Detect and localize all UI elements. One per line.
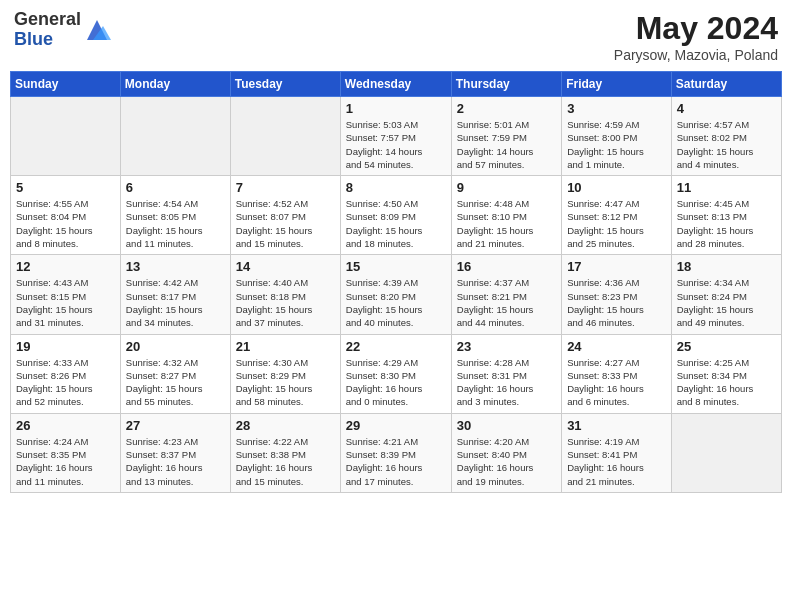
calendar-cell: 7Sunrise: 4:52 AM Sunset: 8:07 PM Daylig… [230,176,340,255]
calendar-cell: 14Sunrise: 4:40 AM Sunset: 8:18 PM Dayli… [230,255,340,334]
day-info: Sunrise: 4:50 AM Sunset: 8:09 PM Dayligh… [346,197,446,250]
calendar-cell: 27Sunrise: 4:23 AM Sunset: 8:37 PM Dayli… [120,413,230,492]
day-number: 2 [457,101,556,116]
calendar-cell: 24Sunrise: 4:27 AM Sunset: 8:33 PM Dayli… [562,334,672,413]
calendar-cell [230,97,340,176]
day-number: 27 [126,418,225,433]
calendar-week-row: 12Sunrise: 4:43 AM Sunset: 8:15 PM Dayli… [11,255,782,334]
calendar-week-row: 5Sunrise: 4:55 AM Sunset: 8:04 PM Daylig… [11,176,782,255]
day-info: Sunrise: 5:01 AM Sunset: 7:59 PM Dayligh… [457,118,556,171]
day-info: Sunrise: 4:45 AM Sunset: 8:13 PM Dayligh… [677,197,776,250]
calendar-cell: 18Sunrise: 4:34 AM Sunset: 8:24 PM Dayli… [671,255,781,334]
day-of-week-header: Saturday [671,72,781,97]
calendar-cell: 15Sunrise: 4:39 AM Sunset: 8:20 PM Dayli… [340,255,451,334]
calendar-cell [11,97,121,176]
day-number: 3 [567,101,666,116]
calendar-cell: 19Sunrise: 4:33 AM Sunset: 8:26 PM Dayli… [11,334,121,413]
title-block: May 2024 Parysow, Mazovia, Poland [614,10,778,63]
day-number: 25 [677,339,776,354]
day-number: 29 [346,418,446,433]
day-info: Sunrise: 4:29 AM Sunset: 8:30 PM Dayligh… [346,356,446,409]
calendar-cell: 8Sunrise: 4:50 AM Sunset: 8:09 PM Daylig… [340,176,451,255]
calendar-cell: 9Sunrise: 4:48 AM Sunset: 8:10 PM Daylig… [451,176,561,255]
day-number: 7 [236,180,335,195]
day-info: Sunrise: 4:24 AM Sunset: 8:35 PM Dayligh… [16,435,115,488]
day-number: 26 [16,418,115,433]
day-number: 16 [457,259,556,274]
day-number: 21 [236,339,335,354]
logo-general: General [14,10,81,30]
day-number: 6 [126,180,225,195]
calendar-cell: 6Sunrise: 4:54 AM Sunset: 8:05 PM Daylig… [120,176,230,255]
day-info: Sunrise: 4:54 AM Sunset: 8:05 PM Dayligh… [126,197,225,250]
calendar-cell: 10Sunrise: 4:47 AM Sunset: 8:12 PM Dayli… [562,176,672,255]
calendar-cell [671,413,781,492]
day-info: Sunrise: 4:42 AM Sunset: 8:17 PM Dayligh… [126,276,225,329]
day-number: 1 [346,101,446,116]
day-info: Sunrise: 4:34 AM Sunset: 8:24 PM Dayligh… [677,276,776,329]
day-number: 19 [16,339,115,354]
day-number: 10 [567,180,666,195]
day-of-week-header: Monday [120,72,230,97]
day-number: 30 [457,418,556,433]
day-number: 20 [126,339,225,354]
day-number: 15 [346,259,446,274]
day-info: Sunrise: 4:55 AM Sunset: 8:04 PM Dayligh… [16,197,115,250]
calendar-cell: 31Sunrise: 4:19 AM Sunset: 8:41 PM Dayli… [562,413,672,492]
day-info: Sunrise: 4:21 AM Sunset: 8:39 PM Dayligh… [346,435,446,488]
title-location: Parysow, Mazovia, Poland [614,47,778,63]
calendar-cell: 16Sunrise: 4:37 AM Sunset: 8:21 PM Dayli… [451,255,561,334]
day-info: Sunrise: 4:23 AM Sunset: 8:37 PM Dayligh… [126,435,225,488]
day-number: 4 [677,101,776,116]
calendar-week-row: 1Sunrise: 5:03 AM Sunset: 7:57 PM Daylig… [11,97,782,176]
day-info: Sunrise: 4:27 AM Sunset: 8:33 PM Dayligh… [567,356,666,409]
calendar-cell: 11Sunrise: 4:45 AM Sunset: 8:13 PM Dayli… [671,176,781,255]
day-info: Sunrise: 4:33 AM Sunset: 8:26 PM Dayligh… [16,356,115,409]
day-info: Sunrise: 4:32 AM Sunset: 8:27 PM Dayligh… [126,356,225,409]
day-number: 18 [677,259,776,274]
calendar-cell: 29Sunrise: 4:21 AM Sunset: 8:39 PM Dayli… [340,413,451,492]
day-info: Sunrise: 4:19 AM Sunset: 8:41 PM Dayligh… [567,435,666,488]
calendar-cell: 25Sunrise: 4:25 AM Sunset: 8:34 PM Dayli… [671,334,781,413]
calendar-cell: 17Sunrise: 4:36 AM Sunset: 8:23 PM Dayli… [562,255,672,334]
logo: General Blue [14,10,111,50]
day-info: Sunrise: 4:37 AM Sunset: 8:21 PM Dayligh… [457,276,556,329]
calendar-header-row: SundayMondayTuesdayWednesdayThursdayFrid… [11,72,782,97]
calendar-cell: 1Sunrise: 5:03 AM Sunset: 7:57 PM Daylig… [340,97,451,176]
day-info: Sunrise: 4:25 AM Sunset: 8:34 PM Dayligh… [677,356,776,409]
calendar-cell: 20Sunrise: 4:32 AM Sunset: 8:27 PM Dayli… [120,334,230,413]
day-number: 11 [677,180,776,195]
logo-icon [83,16,111,44]
calendar-cell: 26Sunrise: 4:24 AM Sunset: 8:35 PM Dayli… [11,413,121,492]
day-info: Sunrise: 4:20 AM Sunset: 8:40 PM Dayligh… [457,435,556,488]
day-info: Sunrise: 4:22 AM Sunset: 8:38 PM Dayligh… [236,435,335,488]
day-number: 8 [346,180,446,195]
calendar-cell: 23Sunrise: 4:28 AM Sunset: 8:31 PM Dayli… [451,334,561,413]
calendar-cell: 2Sunrise: 5:01 AM Sunset: 7:59 PM Daylig… [451,97,561,176]
calendar-cell: 30Sunrise: 4:20 AM Sunset: 8:40 PM Dayli… [451,413,561,492]
title-month: May 2024 [614,10,778,47]
day-info: Sunrise: 4:48 AM Sunset: 8:10 PM Dayligh… [457,197,556,250]
day-info: Sunrise: 4:43 AM Sunset: 8:15 PM Dayligh… [16,276,115,329]
calendar-week-row: 26Sunrise: 4:24 AM Sunset: 8:35 PM Dayli… [11,413,782,492]
calendar-cell: 3Sunrise: 4:59 AM Sunset: 8:00 PM Daylig… [562,97,672,176]
day-info: Sunrise: 4:39 AM Sunset: 8:20 PM Dayligh… [346,276,446,329]
day-of-week-header: Wednesday [340,72,451,97]
calendar-cell: 12Sunrise: 4:43 AM Sunset: 8:15 PM Dayli… [11,255,121,334]
day-info: Sunrise: 4:47 AM Sunset: 8:12 PM Dayligh… [567,197,666,250]
calendar-cell: 22Sunrise: 4:29 AM Sunset: 8:30 PM Dayli… [340,334,451,413]
calendar-cell: 21Sunrise: 4:30 AM Sunset: 8:29 PM Dayli… [230,334,340,413]
day-number: 22 [346,339,446,354]
day-number: 9 [457,180,556,195]
day-number: 13 [126,259,225,274]
page-header: General Blue May 2024 Parysow, Mazovia, … [10,10,782,63]
calendar-table: SundayMondayTuesdayWednesdayThursdayFrid… [10,71,782,493]
calendar-cell: 13Sunrise: 4:42 AM Sunset: 8:17 PM Dayli… [120,255,230,334]
day-number: 14 [236,259,335,274]
day-info: Sunrise: 4:36 AM Sunset: 8:23 PM Dayligh… [567,276,666,329]
calendar-cell [120,97,230,176]
day-number: 12 [16,259,115,274]
day-of-week-header: Tuesday [230,72,340,97]
day-info: Sunrise: 4:28 AM Sunset: 8:31 PM Dayligh… [457,356,556,409]
day-of-week-header: Friday [562,72,672,97]
